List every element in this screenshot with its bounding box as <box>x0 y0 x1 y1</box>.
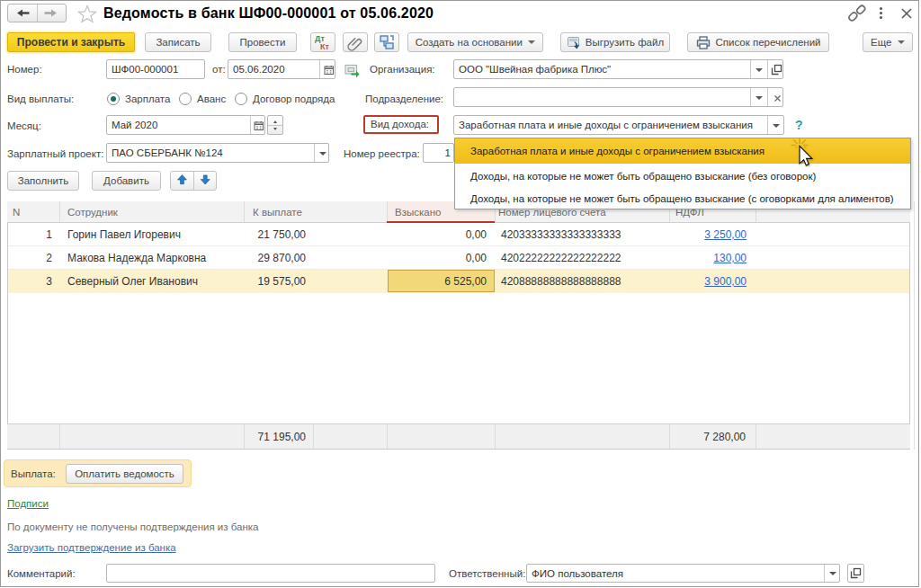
svg-text:Кт: Кт <box>320 42 329 51</box>
